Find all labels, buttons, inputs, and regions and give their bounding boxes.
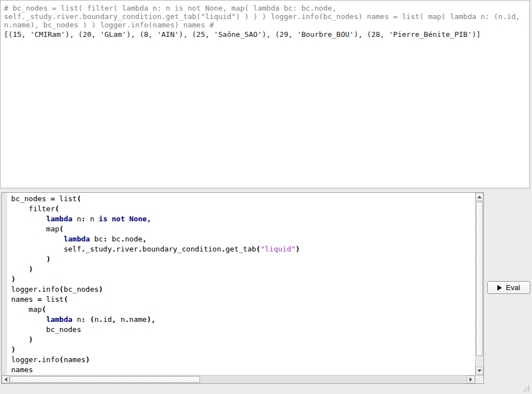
scroll-up-button[interactable] xyxy=(476,193,483,201)
history-result-text: [(15, 'CMIRam'), (20, 'GLam'), (8, 'AIN'… xyxy=(4,30,526,39)
code-line: ) xyxy=(11,254,475,264)
horizontal-scrollbar[interactable] xyxy=(2,375,475,383)
scroll-left-button[interactable] xyxy=(2,376,10,383)
code-line: map( xyxy=(11,224,475,234)
code-line: lambda bc: bc.node, xyxy=(11,234,475,244)
code-editor[interactable]: bc_nodes = list( filter( lambda n: n is … xyxy=(1,192,484,384)
scroll-down-icon xyxy=(477,369,482,372)
code-line: logger.info(bc_nodes) xyxy=(11,284,475,295)
code-lines[interactable]: bc_nodes = list( filter( lambda n: n is … xyxy=(7,193,475,375)
code-line: self._study.river.boundary_condition.get… xyxy=(11,244,475,254)
code-line: bc_nodes xyxy=(11,325,475,335)
scroll-right-button[interactable] xyxy=(467,376,475,383)
scroll-down-button[interactable] xyxy=(476,367,483,375)
window-resize-grip[interactable] xyxy=(528,390,529,391)
eval-button-label: Eval xyxy=(506,283,520,292)
history-command-text: # bc_nodes = list( filter( lambda n: n i… xyxy=(4,4,526,29)
code-line: lambda n: (n.id, n.name), xyxy=(11,315,475,325)
vertical-scrollbar[interactable] xyxy=(475,193,483,375)
horizontal-scrollbar-thumb[interactable] xyxy=(10,376,200,383)
eval-button[interactable]: Eval xyxy=(487,281,530,294)
code-line: ) xyxy=(11,345,475,355)
code-line: bc_nodes = list( xyxy=(11,194,475,204)
vertical-scrollbar-thumb[interactable] xyxy=(476,202,483,356)
code-line: names xyxy=(11,365,475,375)
code-line: ) xyxy=(11,264,475,274)
scroll-right-icon xyxy=(469,377,472,382)
scroll-up-icon xyxy=(477,196,482,198)
code-line: map( xyxy=(11,305,475,315)
code-line: names = list( xyxy=(11,295,475,305)
scrollbar-corner xyxy=(475,375,483,383)
scroll-left-icon xyxy=(4,377,7,382)
code-line: ) xyxy=(11,274,475,284)
code-line: logger.info(names) xyxy=(11,355,475,365)
code-line: lambda n: n is not None, xyxy=(11,214,475,224)
console-history-pane[interactable]: # bc_nodes = list( filter( lambda n: n i… xyxy=(0,0,530,188)
play-icon xyxy=(497,285,502,291)
editor-gutter xyxy=(2,193,7,375)
code-line: filter( xyxy=(11,204,475,214)
code-line: ) xyxy=(11,335,475,345)
